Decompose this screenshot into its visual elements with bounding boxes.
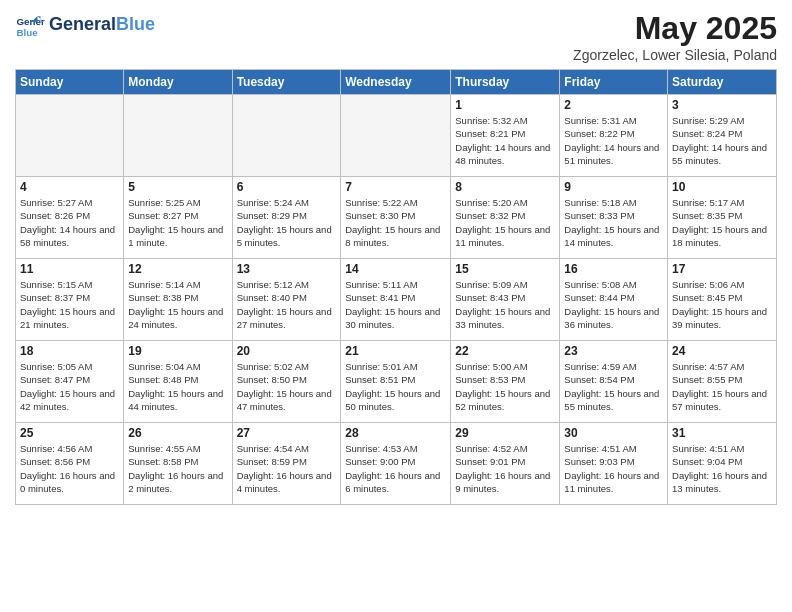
calendar-cell: 9Sunrise: 5:18 AMSunset: 8:33 PMDaylight… [560,177,668,259]
day-number: 10 [672,180,772,194]
calendar-header-tuesday: Tuesday [232,70,341,95]
calendar-cell: 30Sunrise: 4:51 AMSunset: 9:03 PMDayligh… [560,423,668,505]
calendar: SundayMondayTuesdayWednesdayThursdayFrid… [15,69,777,505]
day-info: Sunrise: 4:53 AMSunset: 9:00 PMDaylight:… [345,442,446,495]
logo-icon: General Blue [15,10,45,40]
calendar-week-3: 11Sunrise: 5:15 AMSunset: 8:37 PMDayligh… [16,259,777,341]
day-number: 28 [345,426,446,440]
calendar-cell: 5Sunrise: 5:25 AMSunset: 8:27 PMDaylight… [124,177,232,259]
day-number: 3 [672,98,772,112]
day-info: Sunrise: 5:22 AMSunset: 8:30 PMDaylight:… [345,196,446,249]
day-number: 18 [20,344,119,358]
calendar-week-5: 25Sunrise: 4:56 AMSunset: 8:56 PMDayligh… [16,423,777,505]
calendar-cell: 26Sunrise: 4:55 AMSunset: 8:58 PMDayligh… [124,423,232,505]
day-info: Sunrise: 4:51 AMSunset: 9:03 PMDaylight:… [564,442,663,495]
day-info: Sunrise: 4:57 AMSunset: 8:55 PMDaylight:… [672,360,772,413]
day-number: 2 [564,98,663,112]
title-block: May 2025 Zgorzelec, Lower Silesia, Polan… [573,10,777,63]
calendar-cell [232,95,341,177]
day-number: 24 [672,344,772,358]
day-info: Sunrise: 5:17 AMSunset: 8:35 PMDaylight:… [672,196,772,249]
calendar-header-wednesday: Wednesday [341,70,451,95]
day-info: Sunrise: 5:09 AMSunset: 8:43 PMDaylight:… [455,278,555,331]
day-number: 7 [345,180,446,194]
day-number: 5 [128,180,227,194]
day-info: Sunrise: 5:18 AMSunset: 8:33 PMDaylight:… [564,196,663,249]
day-number: 13 [237,262,337,276]
calendar-cell: 20Sunrise: 5:02 AMSunset: 8:50 PMDayligh… [232,341,341,423]
calendar-week-2: 4Sunrise: 5:27 AMSunset: 8:26 PMDaylight… [16,177,777,259]
header: General Blue GeneralBlue May 2025 Zgorze… [15,10,777,63]
day-info: Sunrise: 5:01 AMSunset: 8:51 PMDaylight:… [345,360,446,413]
day-number: 11 [20,262,119,276]
day-number: 12 [128,262,227,276]
logo-text: GeneralBlue [49,15,155,35]
calendar-cell: 3Sunrise: 5:29 AMSunset: 8:24 PMDaylight… [668,95,777,177]
day-number: 8 [455,180,555,194]
calendar-cell: 31Sunrise: 4:51 AMSunset: 9:04 PMDayligh… [668,423,777,505]
calendar-header-monday: Monday [124,70,232,95]
calendar-cell: 2Sunrise: 5:31 AMSunset: 8:22 PMDaylight… [560,95,668,177]
calendar-cell: 8Sunrise: 5:20 AMSunset: 8:32 PMDaylight… [451,177,560,259]
calendar-header-saturday: Saturday [668,70,777,95]
day-info: Sunrise: 5:04 AMSunset: 8:48 PMDaylight:… [128,360,227,413]
calendar-cell: 29Sunrise: 4:52 AMSunset: 9:01 PMDayligh… [451,423,560,505]
day-number: 6 [237,180,337,194]
day-info: Sunrise: 4:51 AMSunset: 9:04 PMDaylight:… [672,442,772,495]
calendar-cell: 22Sunrise: 5:00 AMSunset: 8:53 PMDayligh… [451,341,560,423]
month-title: May 2025 [573,10,777,47]
day-number: 14 [345,262,446,276]
day-info: Sunrise: 5:14 AMSunset: 8:38 PMDaylight:… [128,278,227,331]
day-number: 20 [237,344,337,358]
calendar-cell: 1Sunrise: 5:32 AMSunset: 8:21 PMDaylight… [451,95,560,177]
day-info: Sunrise: 5:08 AMSunset: 8:44 PMDaylight:… [564,278,663,331]
day-number: 16 [564,262,663,276]
day-number: 17 [672,262,772,276]
day-info: Sunrise: 4:56 AMSunset: 8:56 PMDaylight:… [20,442,119,495]
calendar-cell: 15Sunrise: 5:09 AMSunset: 8:43 PMDayligh… [451,259,560,341]
calendar-cell: 24Sunrise: 4:57 AMSunset: 8:55 PMDayligh… [668,341,777,423]
calendar-header-thursday: Thursday [451,70,560,95]
calendar-cell: 10Sunrise: 5:17 AMSunset: 8:35 PMDayligh… [668,177,777,259]
day-info: Sunrise: 5:20 AMSunset: 8:32 PMDaylight:… [455,196,555,249]
day-number: 22 [455,344,555,358]
calendar-week-1: 1Sunrise: 5:32 AMSunset: 8:21 PMDaylight… [16,95,777,177]
day-info: Sunrise: 5:15 AMSunset: 8:37 PMDaylight:… [20,278,119,331]
day-number: 27 [237,426,337,440]
calendar-cell [124,95,232,177]
day-info: Sunrise: 5:27 AMSunset: 8:26 PMDaylight:… [20,196,119,249]
day-number: 9 [564,180,663,194]
day-info: Sunrise: 5:05 AMSunset: 8:47 PMDaylight:… [20,360,119,413]
calendar-header-row: SundayMondayTuesdayWednesdayThursdayFrid… [16,70,777,95]
day-number: 23 [564,344,663,358]
location: Zgorzelec, Lower Silesia, Poland [573,47,777,63]
calendar-cell: 17Sunrise: 5:06 AMSunset: 8:45 PMDayligh… [668,259,777,341]
calendar-cell: 11Sunrise: 5:15 AMSunset: 8:37 PMDayligh… [16,259,124,341]
day-number: 25 [20,426,119,440]
day-info: Sunrise: 4:55 AMSunset: 8:58 PMDaylight:… [128,442,227,495]
calendar-cell: 6Sunrise: 5:24 AMSunset: 8:29 PMDaylight… [232,177,341,259]
day-info: Sunrise: 5:12 AMSunset: 8:40 PMDaylight:… [237,278,337,331]
page-container: General Blue GeneralBlue May 2025 Zgorze… [0,0,792,612]
calendar-cell: 23Sunrise: 4:59 AMSunset: 8:54 PMDayligh… [560,341,668,423]
day-number: 31 [672,426,772,440]
day-number: 21 [345,344,446,358]
day-info: Sunrise: 5:32 AMSunset: 8:21 PMDaylight:… [455,114,555,167]
day-number: 1 [455,98,555,112]
day-info: Sunrise: 5:02 AMSunset: 8:50 PMDaylight:… [237,360,337,413]
calendar-header-sunday: Sunday [16,70,124,95]
svg-text:Blue: Blue [17,27,39,38]
calendar-cell: 13Sunrise: 5:12 AMSunset: 8:40 PMDayligh… [232,259,341,341]
day-info: Sunrise: 5:25 AMSunset: 8:27 PMDaylight:… [128,196,227,249]
calendar-cell: 21Sunrise: 5:01 AMSunset: 8:51 PMDayligh… [341,341,451,423]
calendar-cell: 27Sunrise: 4:54 AMSunset: 8:59 PMDayligh… [232,423,341,505]
calendar-cell: 4Sunrise: 5:27 AMSunset: 8:26 PMDaylight… [16,177,124,259]
calendar-cell: 19Sunrise: 5:04 AMSunset: 8:48 PMDayligh… [124,341,232,423]
day-info: Sunrise: 5:29 AMSunset: 8:24 PMDaylight:… [672,114,772,167]
calendar-cell: 18Sunrise: 5:05 AMSunset: 8:47 PMDayligh… [16,341,124,423]
day-number: 30 [564,426,663,440]
calendar-cell [16,95,124,177]
calendar-cell: 12Sunrise: 5:14 AMSunset: 8:38 PMDayligh… [124,259,232,341]
calendar-cell [341,95,451,177]
day-info: Sunrise: 5:00 AMSunset: 8:53 PMDaylight:… [455,360,555,413]
